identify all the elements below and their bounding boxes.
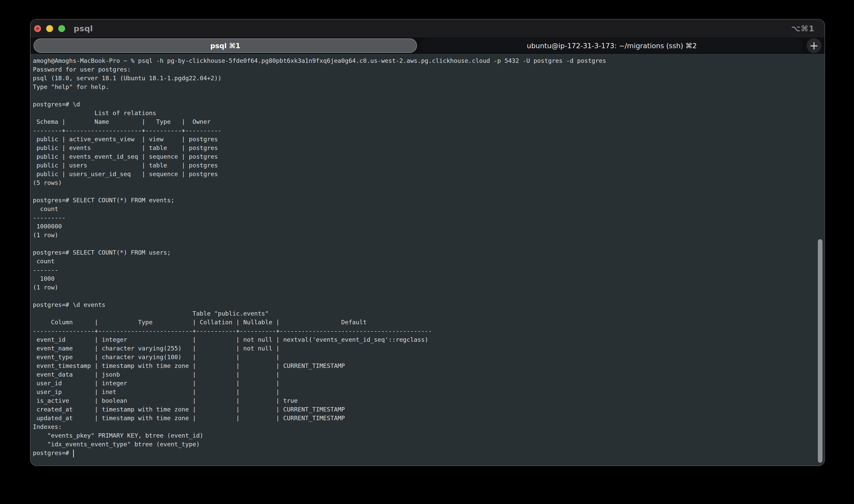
terminal-output: amogh@Amoghs-MacBook-Pro ~ % psql -h pg-… [33, 56, 824, 449]
tab-ssh-migrations[interactable]: ubuntu@ip-172-31-3-173: ~/migrations (ss… [421, 38, 803, 53]
scrollbar-thumb[interactable] [818, 239, 822, 463]
close-button[interactable] [34, 25, 41, 32]
tab-ssh-migrations-label: ubuntu@ip-172-31-3-173: ~/migrations (ss… [527, 42, 697, 50]
minimize-button[interactable] [46, 25, 53, 32]
plus-icon: + [809, 40, 819, 51]
terminal-prompt: postgres=# [33, 449, 73, 456]
text-cursor [73, 450, 74, 457]
zoom-button[interactable] [58, 25, 65, 32]
title-bar[interactable]: psql ⌥⌘1 [31, 19, 824, 37]
terminal-content[interactable]: amogh@Amoghs-MacBook-Pro ~ % psql -h pg-… [31, 54, 824, 466]
window-title: psql [74, 24, 93, 33]
window-shortcut-hint: ⌥⌘1 [791, 24, 815, 33]
tab-bar: psql ⌘1 ubuntu@ip-172-31-3-173: ~/migrat… [31, 37, 824, 54]
terminal-prompt-line: postgres=# [33, 449, 824, 457]
tab-psql[interactable]: psql ⌘1 [34, 38, 417, 53]
new-tab-button[interactable]: + [806, 38, 821, 53]
traffic-lights [34, 25, 65, 32]
tab-psql-label: psql ⌘1 [210, 42, 240, 50]
terminal-window: psql ⌥⌘1 psql ⌘1 ubuntu@ip-172-31-3-173:… [30, 19, 825, 466]
